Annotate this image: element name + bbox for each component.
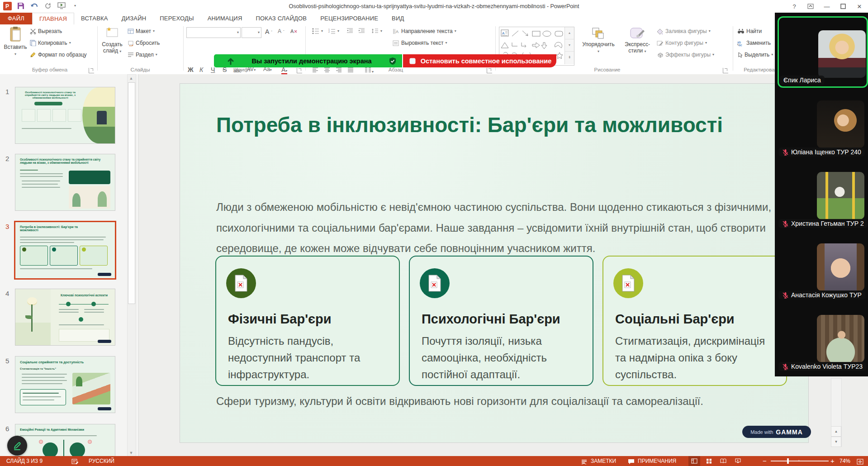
card-body: Відсутність пандусів, недоступний трансп…: [228, 333, 387, 383]
bullets-button[interactable]: ▾: [312, 28, 323, 34]
next-slide-button[interactable]: ▾: [831, 437, 841, 447]
tab-review[interactable]: РЕЦЕНЗИРОВАНИЕ: [313, 13, 385, 24]
card-physical-barriers[interactable]: Фізичні Бар'єри Відсутність пандусів, не…: [215, 256, 400, 386]
line-spacing-button[interactable]: ▾: [372, 28, 382, 34]
card-social-barriers[interactable]: Соціальні Бар'єри Стигматизація, дискрим…: [602, 256, 787, 386]
participant-name: Єпик Лариса: [780, 76, 825, 85]
thumbnail-slide-4[interactable]: Ключові психологічні аспекти: [15, 289, 115, 346]
tab-transitions[interactable]: ПЕРЕХОДЫ: [153, 13, 200, 24]
tab-home[interactable]: ГЛАВНАЯ: [32, 13, 74, 24]
zoom-in-button[interactable]: +: [830, 456, 835, 466]
slide-footer-text[interactable]: Сфери туризму, культури й освіти відкрив…: [216, 395, 759, 408]
font-size-combo[interactable]: ▾: [242, 27, 261, 38]
notes-toggle[interactable]: ЗАМЕТКИ: [591, 456, 616, 466]
spell-check-icon[interactable]: [71, 458, 79, 466]
arrange-button[interactable]: Упорядочить▾: [578, 27, 619, 54]
tab-view[interactable]: ВИД: [385, 13, 411, 24]
tab-insert[interactable]: ВСТАВКА: [74, 13, 115, 24]
reading-view-button[interactable]: [717, 456, 729, 466]
tab-animations[interactable]: АНИМАЦИЯ: [201, 13, 249, 24]
format-painter-button[interactable]: Формат по образцу: [30, 52, 87, 58]
cut-button[interactable]: Вырезать: [30, 28, 62, 34]
participant-tile[interactable]: Kovalenko Violeta ТУР23: [778, 305, 868, 376]
text-direction-button[interactable]: A Направление текста▾: [393, 28, 456, 34]
scrollbar-thumb[interactable]: [128, 82, 135, 304]
normal-view-button[interactable]: [688, 456, 700, 466]
language-indicator[interactable]: РУССКИЙ: [89, 456, 114, 466]
slide-canvas[interactable]: Потреба в інклюзивності: Бар'єри та можл…: [180, 83, 809, 443]
slideshow-view-button[interactable]: [732, 456, 744, 466]
replace-button[interactable]: abac Заменить: [737, 40, 771, 46]
justify-button[interactable]: [347, 67, 354, 74]
participant-tile-active-speaker[interactable]: Єпик Лариса: [778, 16, 868, 88]
thumbnail-slide-1[interactable]: Особливості психологічного стану та спри…: [15, 87, 115, 144]
participant-tile[interactable]: Юліана Іщенко ТУР 240: [778, 90, 868, 162]
layout-button[interactable]: Макет▾: [128, 28, 155, 34]
select-button[interactable]: Выделить▾: [737, 52, 773, 58]
font-dialog-launcher[interactable]: [297, 68, 302, 73]
clear-formatting-button[interactable]: A: [290, 28, 298, 34]
card-psychological-barriers[interactable]: Психологічні Бар'єри Почуття ізоляції, н…: [409, 256, 593, 386]
font-name-combo[interactable]: ▾: [186, 27, 241, 38]
thumbnail-slide-3-selected[interactable]: Потреба в інклюзивності: Бар'єри та можл…: [14, 221, 116, 280]
italic-button[interactable]: К: [199, 66, 203, 73]
minimize-button[interactable]: —: [820, 1, 834, 12]
participant-tile[interactable]: Анастасія Кожушко ТУР: [778, 233, 868, 305]
bold-button[interactable]: Ж: [188, 66, 194, 73]
thumbnail-slide-6[interactable]: Емоційні Реакції та Адаптивні Механізми: [15, 424, 115, 456]
new-slide-button[interactable]: Создать слайд ▾: [100, 26, 124, 54]
numbering-button[interactable]: 12▾: [328, 28, 339, 34]
tab-file[interactable]: ФАЙЛ: [0, 13, 32, 24]
thumbnail-slide-5[interactable]: Соціальне сприйняття та доступність Стиг…: [15, 356, 115, 413]
align-right-button[interactable]: [336, 67, 342, 74]
shield-check-icon: [389, 57, 397, 65]
shrink-font-button[interactable]: Аˇ: [278, 28, 285, 34]
slide-indicator[interactable]: СЛАЙД 3 ИЗ 9: [6, 456, 43, 466]
stop-sharing-button[interactable]: Остановить совместное использование: [403, 54, 556, 67]
decrease-indent-button[interactable]: [346, 28, 353, 33]
increase-indent-button[interactable]: [358, 28, 365, 33]
slide-title[interactable]: Потреба в інклюзивності: Бар'єри та можл…: [216, 112, 741, 139]
thumbnail-scrollbar[interactable]: ▲ ▼: [127, 74, 136, 457]
align-center-button[interactable]: [324, 67, 330, 74]
align-left-button[interactable]: [312, 67, 318, 74]
help-button[interactable]: ?: [787, 1, 801, 12]
copy-button[interactable]: Копировать▾: [30, 40, 71, 46]
paragraph-dialog-launcher[interactable]: [487, 68, 492, 73]
participant-tile[interactable]: Христина Гетьман ТУР 2: [778, 162, 868, 233]
thumbnail-number: 1: [5, 88, 9, 95]
zoom-slider-handle[interactable]: [787, 458, 789, 464]
shape-fill-button[interactable]: Заливка фигуры▾: [657, 28, 711, 34]
card-body: Стигматизація, дискримінація та надмірна…: [615, 333, 774, 383]
thumbnail-slide-2[interactable]: Особливості психологічного стану та спри…: [15, 154, 115, 211]
close-button[interactable]: ✕: [853, 1, 866, 12]
annotation-pencil-button[interactable]: [7, 436, 27, 456]
tab-slideshow[interactable]: ПОКАЗ СЛАЙДОВ: [249, 13, 314, 24]
fit-slide-to-window-button[interactable]: [857, 458, 863, 466]
drawing-dialog-launcher[interactable]: [723, 68, 728, 73]
previous-slide-button[interactable]: ▴: [831, 426, 841, 437]
align-text-button[interactable]: Выровнять текст▾: [393, 40, 447, 46]
reset-slide-button[interactable]: Сбросить: [128, 40, 160, 46]
comments-toggle[interactable]: ПРИМЕЧАНИЯ: [638, 456, 676, 466]
shapes-gallery-scrollbar[interactable]: ▴ ▾ ⇟: [564, 27, 574, 64]
zoom-out-button[interactable]: −: [763, 456, 767, 466]
paste-button[interactable]: Вставить▾: [4, 26, 27, 57]
slide-intro-paragraph[interactable]: Люди з обмеженою мобільністю є невід'ємн…: [216, 197, 800, 259]
ribbon-display-options-button[interactable]: [804, 1, 817, 12]
section-button[interactable]: Раздел▾: [128, 52, 157, 58]
shape-outline-button[interactable]: Контур фигуры▾: [657, 40, 707, 46]
slide-sorter-view-button[interactable]: [703, 456, 715, 466]
scroll-down-arrow[interactable]: ▼: [128, 449, 135, 456]
thumbnail-number: 2: [5, 155, 9, 162]
scroll-up-arrow[interactable]: ▲: [128, 75, 135, 82]
underline-button[interactable]: Ч: [211, 66, 215, 73]
zoom-percentage[interactable]: 74%: [840, 456, 850, 466]
restore-button[interactable]: [836, 1, 850, 12]
quick-styles-button[interactable]: Экспресс- стили ▾: [621, 27, 654, 54]
shape-effects-button[interactable]: Эффекты фигуры▾: [657, 52, 714, 58]
find-button[interactable]: Найти: [737, 28, 762, 34]
grow-font-button[interactable]: Аˆ: [265, 28, 272, 35]
clipboard-dialog-launcher[interactable]: [89, 68, 94, 73]
tab-design[interactable]: ДИЗАЙН: [115, 13, 153, 24]
